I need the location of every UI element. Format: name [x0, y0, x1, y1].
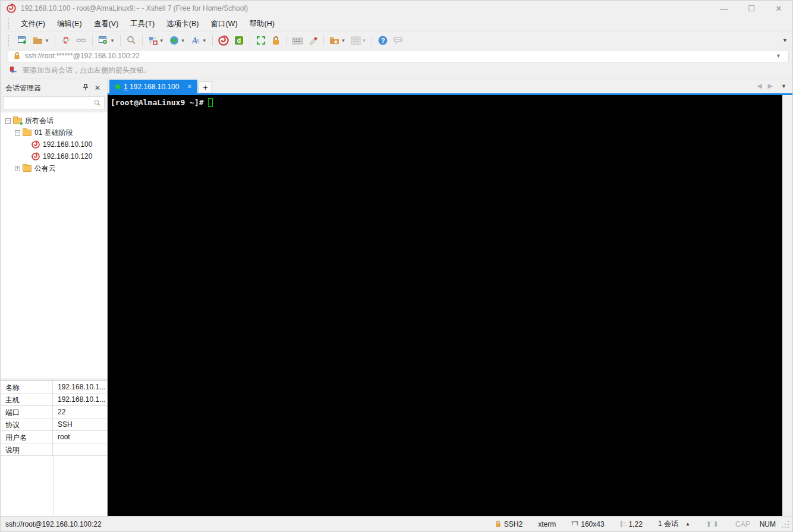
- terminal-area[interactable]: [root@AlmaLinux9 ~]#: [108, 95, 782, 516]
- session-search-icon: [93, 99, 101, 107]
- svg-text:A: A: [195, 38, 200, 45]
- terminal-prompt: [root@AlmaLinux9 ~]#: [111, 98, 204, 107]
- find-button[interactable]: [124, 34, 139, 47]
- property-label: 协议: [1, 418, 53, 430]
- status-num-lock: NUM: [760, 520, 776, 528]
- menu-help[interactable]: 帮助(H): [244, 17, 281, 32]
- session-manager-panel: 会话管理器 ✕ − 所有会话 − 01 基础阶段: [1, 78, 108, 516]
- grid-icon: [351, 36, 361, 45]
- keyboard-icon: [292, 36, 303, 45]
- toolbar-overflow-caret[interactable]: ▼: [782, 37, 788, 43]
- maximize-button[interactable]: ☐: [738, 1, 765, 16]
- matrix-button[interactable]: ▼: [349, 34, 369, 47]
- menu-edit[interactable]: 编辑(E): [51, 17, 88, 32]
- session-icon: [32, 140, 40, 149]
- resize-icon: [571, 521, 578, 528]
- xshell-button[interactable]: [216, 34, 231, 47]
- terminal-prompt-line: [root@AlmaLinux9 ~]#: [111, 98, 782, 107]
- address-bar[interactable]: ssh://root:******@192.168.10.100:22 ▼: [8, 50, 789, 62]
- feedback-button[interactable]: [391, 34, 405, 47]
- open-session-button[interactable]: ▼: [31, 34, 51, 47]
- tree-label: 192.168.10.100: [43, 140, 92, 149]
- menu-view[interactable]: 查看(V): [88, 17, 125, 32]
- property-label: 名称: [1, 381, 53, 393]
- reconnect-icon: [76, 36, 87, 45]
- virtual-keyboard-button[interactable]: [290, 34, 305, 47]
- collapse-icon[interactable]: −: [15, 130, 20, 136]
- minimize-button[interactable]: —: [710, 1, 738, 16]
- address-dropdown-caret[interactable]: ▼: [776, 53, 783, 59]
- tree-label: 公有云: [34, 163, 56, 174]
- tree-item-all-sessions[interactable]: − 所有会话: [1, 115, 107, 127]
- terminal-scrollbar[interactable]: [782, 95, 792, 516]
- property-row-username: 用户名 root: [1, 431, 107, 443]
- highlight-button[interactable]: [306, 34, 320, 47]
- expand-icon[interactable]: +: [15, 166, 20, 171]
- tab-close-icon[interactable]: ✕: [185, 83, 194, 90]
- chat-bubble-icon: [393, 36, 404, 45]
- session-properties-button[interactable]: ▼: [96, 34, 117, 47]
- resize-grip[interactable]: [782, 521, 789, 528]
- xftp-icon: d: [234, 35, 244, 46]
- status-updown-arrows[interactable]: ⬆⬇: [706, 520, 720, 528]
- search-icon: [126, 35, 137, 46]
- menu-bar: 文件(F) 编辑(E) 查看(V) 工具(T) 选项卡(B) 窗口(W) 帮助(…: [1, 16, 792, 32]
- new-tab-button[interactable]: +: [199, 81, 212, 93]
- status-session-count[interactable]: 1 会话 ▲: [658, 519, 690, 529]
- toolbar-grip: [8, 18, 10, 29]
- help-button[interactable]: ?: [376, 34, 390, 47]
- new-session-button[interactable]: [15, 34, 30, 47]
- tree-label: 192.168.10.120: [43, 152, 92, 160]
- tab-list-dropdown-icon[interactable]: ▼: [781, 83, 786, 89]
- tab-scroll-right-icon[interactable]: ▶: [768, 82, 773, 90]
- layout-button[interactable]: ▼: [146, 34, 166, 47]
- lock-screen-button[interactable]: [269, 34, 282, 47]
- tab-scroll-left-icon[interactable]: ◀: [757, 82, 761, 90]
- font-button[interactable]: A A ▼: [188, 34, 209, 47]
- collapse-icon[interactable]: −: [5, 118, 11, 124]
- property-label: 用户名: [1, 431, 53, 443]
- property-label: 主机: [1, 394, 53, 405]
- highlight-pen-icon: [308, 36, 318, 46]
- new-session-icon: [17, 35, 28, 46]
- reconnect-button[interactable]: [74, 34, 89, 47]
- folder-icon: [23, 130, 32, 136]
- tree-label: 01 基础阶段: [34, 128, 73, 138]
- svg-text:?: ?: [381, 37, 385, 44]
- close-button[interactable]: ✕: [765, 1, 792, 16]
- menu-tools[interactable]: 工具(T): [124, 17, 161, 32]
- tab-session-active[interactable]: 1 192.168.10.100 ✕: [109, 80, 197, 93]
- session-icon: [32, 152, 40, 160]
- status-cursor-position: 1,22: [620, 520, 643, 528]
- session-count-dropdown-icon[interactable]: ▲: [685, 521, 690, 527]
- status-protocol: SSH2: [495, 520, 523, 528]
- menu-tab[interactable]: 选项卡(B): [161, 17, 204, 32]
- panel-close-icon[interactable]: ✕: [92, 84, 103, 92]
- tab-label: 1 192.168.10.100: [124, 83, 185, 91]
- session-search-input[interactable]: [3, 96, 105, 109]
- menu-file[interactable]: 文件(F): [15, 17, 51, 32]
- property-label: 端口: [1, 406, 53, 418]
- new-folder-button[interactable]: ▼: [328, 34, 348, 47]
- session-manager-header: 会话管理器 ✕: [1, 80, 107, 96]
- fullscreen-button[interactable]: [254, 34, 268, 47]
- tree-item-stage01-folder[interactable]: − 01 基础阶段: [1, 127, 107, 138]
- web-button[interactable]: ▼: [167, 34, 187, 47]
- tree-item-session-100[interactable]: 192.168.10.100: [1, 138, 107, 150]
- address-bar-row: ssh://root:******@192.168.10.100:22 ▼: [1, 49, 792, 62]
- disconnect-button[interactable]: [59, 34, 73, 47]
- terminal-cursor: [208, 98, 213, 107]
- menu-window[interactable]: 窗口(W): [204, 17, 243, 32]
- folder-plus-icon: [329, 36, 340, 45]
- pin-icon[interactable]: [80, 84, 92, 93]
- lock-icon: [271, 36, 281, 46]
- tree-item-session-120[interactable]: 192.168.10.120: [1, 150, 107, 162]
- xshell-icon: [218, 35, 229, 46]
- layout-icon: [148, 36, 158, 46]
- title-bar: 192.168.10.100 - root@AlmaLinux9:~ - Xsh…: [1, 1, 792, 16]
- property-value: 192.168.10.1...: [53, 381, 107, 393]
- xftp-button[interactable]: d: [232, 34, 246, 47]
- property-column-divider: [53, 456, 54, 516]
- tree-item-public-cloud-folder[interactable]: + 公有云: [1, 162, 107, 174]
- status-terminal-type[interactable]: xterm: [538, 520, 556, 528]
